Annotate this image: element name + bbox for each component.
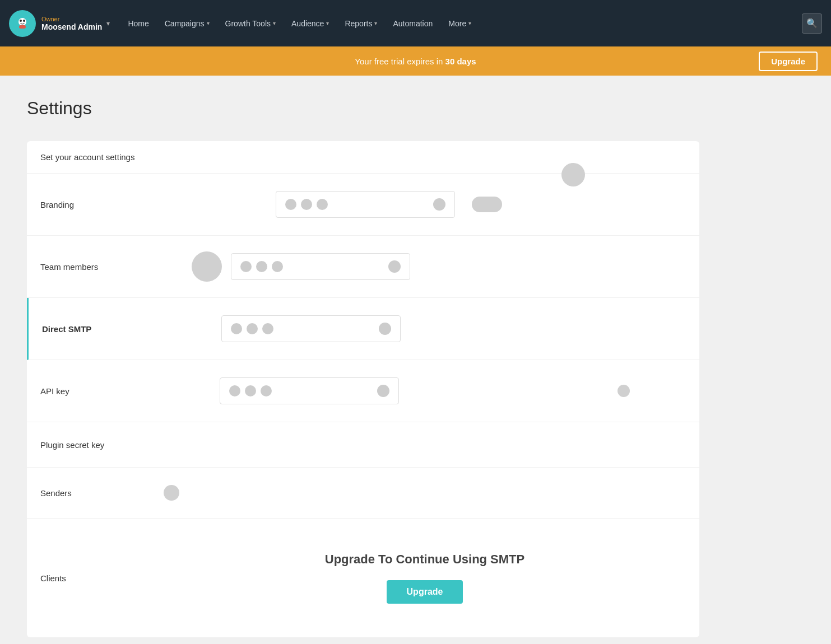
smtp-upgrade-overlay: Upgrade To Continue Using SMTP Upgrade [312,530,538,626]
page-title: Settings [27,98,804,119]
settings-row-senders[interactable]: Senders [27,468,699,519]
decorative-blob-left-1 [192,251,222,282]
svg-point-1 [18,18,26,26]
smtp-upgrade-title: Upgrade To Continue Using SMTP [325,552,524,567]
settings-row-plugin[interactable]: Plugin secret key [27,422,699,468]
fake-dot [261,385,272,396]
fake-right-dot [379,323,391,335]
audience-dropdown-icon: ▾ [326,20,329,26]
nav-more[interactable]: More ▾ [442,15,478,32]
trial-upgrade-button[interactable]: Upgrade [759,52,818,71]
settings-clients-label: Clients [40,573,164,583]
fake-dot [240,261,252,272]
more-dropdown-icon: ▾ [468,20,471,26]
nav-account: Owner Moosend Admin [41,16,102,31]
settings-row-clients[interactable]: Clients Upgrade To Continue Using SMTP U… [27,519,699,637]
fake-dot [262,323,273,334]
trial-text: Your free trial expires in 30 days [281,57,549,66]
svg-point-3 [20,20,22,22]
fake-input-branding [276,191,455,218]
account-dropdown-icon[interactable]: ▾ [106,20,110,27]
settings-team-content [164,247,686,286]
svg-rect-2 [19,25,26,29]
settings-row-branding[interactable]: Branding [27,174,699,236]
nav-reports[interactable]: Reports ▾ [338,15,384,32]
growth-tools-dropdown-icon: ▾ [273,20,276,26]
fake-input-apikey [220,377,399,404]
trial-days: 30 days [445,57,476,66]
campaigns-dropdown-icon: ▾ [207,20,210,26]
search-button[interactable]: 🔍 [802,13,822,34]
nav-home-label: Home [128,19,148,28]
navbar: Owner Moosend Admin ▾ Home Campaigns ▾ G… [0,0,831,46]
settings-panel: Set your account settings Branding [27,141,699,637]
fake-dot [301,199,312,210]
fake-dot [245,385,256,396]
owner-name: Moosend Admin [41,22,102,31]
decorative-toggle-1 [472,197,502,212]
nav-growth-tools[interactable]: Growth Tools ▾ [219,15,282,32]
smtp-upgrade-button[interactable]: Upgrade [387,580,463,604]
decorative-blob-right-1 [618,385,630,397]
fake-right-dot [433,198,445,211]
settings-senders-content [164,479,686,507]
fake-dot [317,199,328,210]
settings-row-account[interactable]: Set your account settings [27,141,699,174]
nav-audience[interactable]: Audience ▾ [285,15,336,32]
settings-row-apikey[interactable]: API key [27,360,699,422]
logo[interactable] [9,10,36,37]
settings-apikey-content [164,371,686,410]
trial-banner: Your free trial expires in 30 days Upgra… [0,46,831,76]
nav-more-label: More [448,19,466,28]
nav-growth-tools-label: Growth Tools [225,19,271,28]
nav-audience-label: Audience [291,19,324,28]
settings-smtp-content [165,309,686,348]
settings-row-smtp[interactable]: Direct SMTP [27,298,699,360]
reports-dropdown-icon: ▾ [374,20,377,26]
nav-campaigns-label: Campaigns [165,19,205,28]
nav-automation-label: Automation [393,19,433,28]
settings-branding-label: Branding [40,200,164,209]
fake-right-dot [377,385,389,397]
svg-point-4 [23,20,25,22]
settings-row-team[interactable]: Team members [27,236,699,298]
settings-apikey-label: API key [40,386,164,396]
nav-automation[interactable]: Automation [386,15,439,32]
settings-plugin-label: Plugin secret key [40,440,164,450]
search-icon: 🔍 [806,18,818,29]
settings-account-label: Set your account settings [40,152,164,162]
nav-home[interactable]: Home [121,15,155,32]
settings-team-label: Team members [40,262,164,272]
nav-campaigns[interactable]: Campaigns ▾ [158,15,216,32]
settings-smtp-label: Direct SMTP [42,324,165,334]
trial-text-before: Your free trial expires in [355,57,445,66]
settings-senders-label: Senders [40,488,164,498]
fake-dot [256,261,267,272]
fake-dot [229,385,240,396]
nav-reports-label: Reports [345,19,372,28]
page-content: Settings Set your account settings Brand… [0,76,831,644]
settings-clients-content: Upgrade To Continue Using SMTP Upgrade [164,530,686,626]
fake-dot [272,261,283,272]
fake-dot [231,323,242,334]
fake-input-team [231,253,410,280]
nav-items: Home Campaigns ▾ Growth Tools ▾ Audience… [121,15,802,32]
settings-branding-content [164,185,686,224]
owner-label: Owner [41,16,102,22]
fake-dot [285,199,296,210]
fake-input-smtp [221,315,401,342]
decorative-blob-senders [164,485,179,501]
fake-right-dot [388,260,401,273]
fake-dot [247,323,258,334]
settings-plugin-content [164,433,686,456]
